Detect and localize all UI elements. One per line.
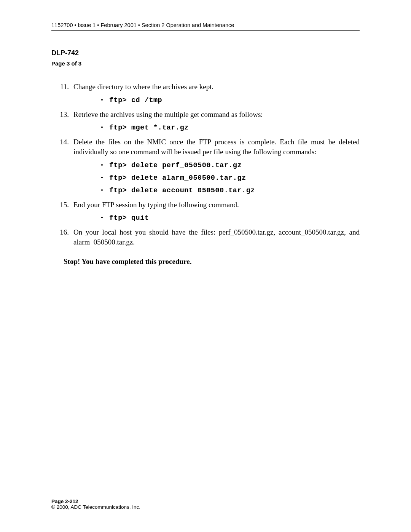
bullet-icon: • — [101, 174, 109, 181]
document-page-indicator: Page 3 of 3 — [51, 60, 360, 67]
command-row: • ftp> mget *.tar.gz — [101, 124, 360, 132]
command-row: • ftp> quit — [101, 214, 360, 222]
step-number: 13. — [51, 110, 73, 120]
step-text: Change directory to where the archives a… — [73, 82, 360, 92]
footer-copyright: © 2000, ADC Telecommunications, Inc. — [51, 504, 140, 510]
step-item: 14. Delete the files on the NMIC once th… — [51, 137, 360, 157]
command-text: ftp> quit — [109, 214, 149, 222]
command-row: • ftp> delete alarm_050500.tar.gz — [101, 174, 360, 182]
command-text: ftp> cd /tmp — [109, 96, 162, 104]
bullet-icon: • — [101, 162, 109, 168]
step-item: 11. Change directory to where the archiv… — [51, 82, 360, 92]
command-list: • ftp> cd /tmp — [51, 96, 360, 104]
step-text: End your FTP session by typing the follo… — [73, 200, 360, 210]
command-text: ftp> mget *.tar.gz — [109, 124, 189, 132]
procedure-steps: 11. Change directory to where the archiv… — [51, 82, 360, 247]
step-item: 16. On your local host you should have t… — [51, 227, 360, 247]
command-row: • ftp> delete perf_050500.tar.gz — [101, 161, 360, 169]
step-number: 14. — [51, 137, 73, 157]
command-list: • ftp> delete perf_050500.tar.gz • ftp> … — [51, 161, 360, 195]
command-text: ftp> delete perf_050500.tar.gz — [109, 161, 242, 169]
step-number: 16. — [51, 227, 73, 247]
document-page: 1152700 • Issue 1 • February 2001 • Sect… — [0, 0, 411, 532]
bullet-icon: • — [101, 124, 109, 131]
step-number: 15. — [51, 200, 73, 210]
running-header: 1152700 • Issue 1 • February 2001 • Sect… — [51, 22, 360, 31]
bullet-icon: • — [101, 187, 109, 193]
footer-page-number: Page 2-212 — [51, 498, 140, 504]
command-row: • ftp> cd /tmp — [101, 96, 360, 104]
bullet-icon: • — [101, 97, 109, 103]
command-row: • ftp> delete account_050500.tar.gz — [101, 187, 360, 195]
command-text: ftp> delete account_050500.tar.gz — [109, 187, 255, 195]
command-list: • ftp> mget *.tar.gz — [51, 124, 360, 132]
completion-notice: Stop! You have completed this procedure. — [64, 257, 360, 266]
step-text: On your local host you should have the f… — [73, 227, 360, 247]
step-number: 11. — [51, 82, 73, 92]
step-item: 13. Retrieve the archives using the mult… — [51, 110, 360, 120]
document-code: DLP-742 — [51, 49, 360, 57]
page-footer: Page 2-212 © 2000, ADC Telecommunication… — [51, 498, 140, 510]
command-list: • ftp> quit — [51, 214, 360, 222]
bullet-icon: • — [101, 214, 109, 221]
command-text: ftp> delete alarm_050500.tar.gz — [109, 174, 246, 182]
step-text: Delete the files on the NMIC once the FT… — [73, 137, 360, 157]
step-item: 15. End your FTP session by typing the f… — [51, 200, 360, 210]
step-text: Retrieve the archives using the multiple… — [73, 110, 360, 120]
